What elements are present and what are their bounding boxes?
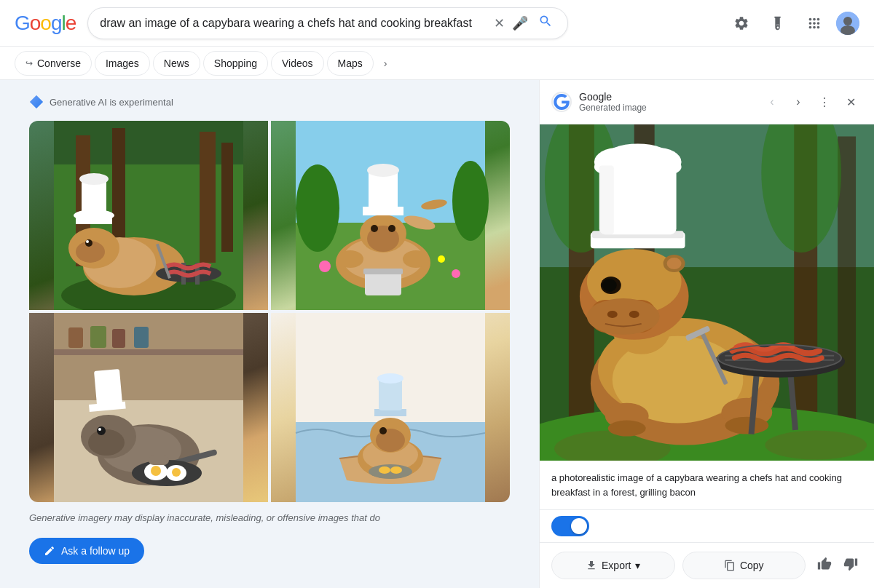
panel-prev-button[interactable]: ‹ [760, 90, 784, 114]
svg-point-17 [86, 240, 89, 243]
settings-button[interactable] [727, 9, 756, 38]
svg-point-32 [452, 161, 489, 241]
svg-point-59 [97, 426, 106, 435]
svg-point-105 [587, 298, 660, 335]
svg-point-35 [337, 250, 363, 268]
panel-menu-button[interactable]: ⋮ [813, 90, 836, 114]
ai-badge: Generative AI is experimental [29, 95, 510, 109]
nav-tabs: ↪ Converse Images News Shopping Videos M… [0, 47, 874, 80]
search-button[interactable] [535, 11, 556, 35]
export-dropdown-icon: ▾ [635, 560, 640, 571]
export-button[interactable]: Export ▾ [551, 552, 675, 579]
toggle-knob [571, 518, 587, 534]
svg-rect-51 [68, 327, 83, 348]
svg-rect-20 [82, 179, 106, 218]
apps-button[interactable] [800, 9, 829, 38]
google-logo: G o o g l e [15, 12, 76, 35]
svg-point-29 [452, 269, 460, 278]
copy-button[interactable]: Copy [682, 552, 806, 579]
tab-images[interactable]: Images [95, 51, 150, 76]
svg-point-31 [296, 164, 339, 252]
clear-button[interactable]: ✕ [494, 15, 505, 31]
svg-point-40 [388, 225, 395, 232]
svg-point-81 [379, 466, 390, 474]
svg-point-106 [607, 311, 618, 318]
converse-icon: ↪ [25, 58, 33, 68]
svg-point-66 [151, 466, 161, 476]
toggle-switch[interactable] [551, 516, 589, 536]
grid-image-4[interactable] [271, 313, 510, 502]
svg-point-82 [390, 466, 402, 474]
svg-point-100 [608, 421, 646, 437]
svg-point-68 [172, 468, 181, 477]
svg-rect-9 [200, 132, 216, 263]
svg-rect-120 [599, 165, 614, 234]
image-grid [29, 121, 510, 502]
svg-marker-4 [30, 95, 43, 108]
svg-point-107 [629, 311, 639, 318]
svg-point-30 [438, 255, 445, 263]
svg-point-28 [319, 261, 331, 272]
ai-badge-text: Generative AI is experimental [50, 97, 173, 108]
svg-point-76 [379, 427, 387, 434]
search-input[interactable] [100, 17, 487, 30]
svg-point-39 [371, 225, 378, 232]
search-bar: ✕ 🎤 [87, 7, 568, 39]
right-panel: Google Generated image ‹ › ⋮ ✕ [539, 80, 874, 588]
svg-point-79 [377, 373, 403, 384]
follow-up-button[interactable]: Ask a follow up [29, 538, 144, 564]
google-g-logo [551, 92, 572, 112]
svg-rect-45 [363, 269, 403, 274]
svg-point-36 [403, 250, 429, 268]
svg-point-58 [88, 429, 125, 456]
svg-point-119 [605, 143, 671, 170]
svg-rect-69 [149, 455, 169, 465]
left-panel: Generative AI is experimental [0, 80, 539, 588]
panel-header-text: Google Generated image [579, 91, 753, 113]
svg-point-99 [725, 417, 768, 434]
svg-point-1 [843, 17, 852, 25]
labs-button[interactable] [763, 9, 792, 38]
svg-point-21 [79, 173, 109, 185]
panel-subtitle: Generated image [579, 103, 753, 113]
panel-title: Google [579, 91, 753, 103]
mic-icon[interactable]: 🎤 [512, 15, 528, 31]
disclaimer-text: Generative imagery may display inaccurat… [29, 512, 510, 523]
svg-point-16 [85, 239, 92, 247]
main-content: Generative AI is experimental [0, 80, 874, 588]
panel-actions: Export ▾ Copy [540, 543, 874, 588]
tab-news[interactable]: News [153, 51, 200, 76]
tab-videos[interactable]: Videos [271, 51, 324, 76]
panel-next-button[interactable]: › [787, 90, 810, 114]
thumbs-down-button[interactable] [839, 552, 862, 579]
svg-point-110 [602, 279, 617, 292]
panel-nav: ‹ › ⋮ ✕ [760, 90, 862, 114]
svg-rect-54 [134, 327, 149, 348]
panel-close-button[interactable]: ✕ [839, 90, 862, 114]
panel-header: Google Generated image ‹ › ⋮ ✕ [540, 80, 874, 124]
panel-image-container [540, 124, 874, 461]
svg-point-60 [98, 428, 101, 431]
tab-shopping[interactable]: Shopping [203, 51, 268, 76]
avatar[interactable] [836, 12, 859, 35]
tab-converse[interactable]: ↪ Converse [15, 51, 92, 76]
grid-image-1[interactable] [29, 121, 268, 310]
nav-more[interactable]: › [377, 52, 395, 75]
grid-image-2[interactable] [271, 121, 510, 310]
thumbs-up-button[interactable] [813, 552, 836, 579]
panel-toggle-row [540, 510, 874, 543]
svg-point-80 [369, 464, 412, 479]
feedback-buttons [813, 552, 862, 579]
svg-rect-53 [112, 329, 125, 348]
panel-description: a photorealistic image of a capybara wea… [540, 461, 874, 510]
svg-point-93 [765, 431, 867, 460]
svg-rect-49 [54, 313, 243, 400]
tab-maps[interactable]: Maps [327, 51, 374, 76]
svg-point-112 [667, 258, 682, 269]
header: G o o g l e ✕ 🎤 [0, 0, 874, 47]
svg-rect-52 [90, 326, 106, 348]
svg-rect-50 [54, 349, 243, 355]
ai-diamond-icon [29, 95, 44, 109]
svg-rect-10 [221, 143, 233, 252]
grid-image-3[interactable] [29, 313, 268, 502]
